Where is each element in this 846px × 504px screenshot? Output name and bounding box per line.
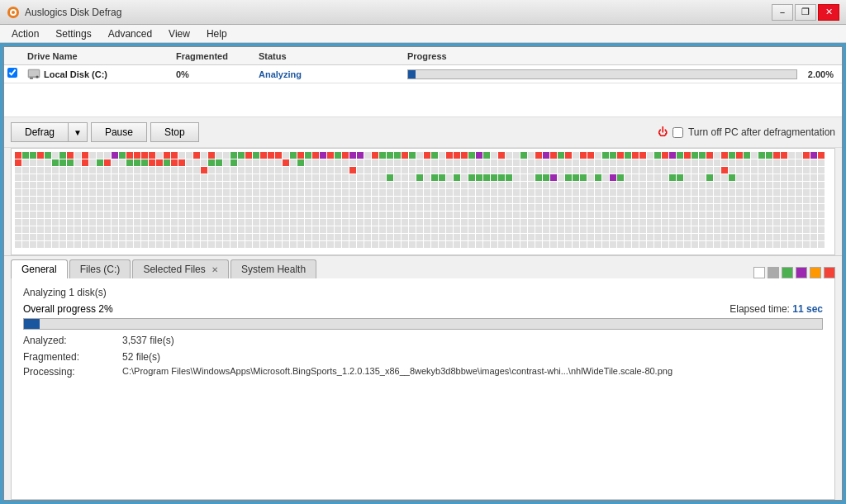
window-title: Auslogics Disk Defrag [25, 7, 121, 18]
disk-cell [22, 197, 29, 203]
defrag-button[interactable]: Defrag [11, 122, 68, 142]
tab-files[interactable]: Files (C:) [69, 259, 131, 278]
disk-cell [818, 219, 825, 226]
disk-cell [30, 219, 36, 226]
disk-cell [342, 234, 349, 240]
drive-checkbox[interactable] [7, 68, 27, 80]
col-frag-header: Fragmented [176, 51, 259, 61]
menu-advanced[interactable]: Advanced [100, 26, 160, 41]
disk-cell [379, 174, 386, 181]
close-button[interactable]: ✕ [818, 4, 839, 21]
disk-cell [59, 182, 66, 188]
disk-cell [193, 167, 200, 174]
disk-cell [149, 212, 155, 218]
stop-button[interactable]: Stop [150, 122, 199, 142]
restore-button[interactable]: ❐ [795, 4, 816, 21]
disk-cell [112, 234, 118, 240]
disk-cell [610, 197, 616, 203]
disk-cell [468, 219, 475, 226]
disk-cell [409, 152, 416, 159]
disk-cell [268, 189, 274, 196]
disk-cell [52, 204, 59, 211]
disk-cell [82, 167, 88, 174]
disk-cell [22, 212, 29, 218]
disk-cell [528, 189, 535, 196]
tab-selected-close[interactable]: ✕ [212, 265, 218, 274]
disk-cell [112, 219, 118, 226]
disk-cell [729, 159, 735, 166]
turnoff-checkbox[interactable] [673, 127, 683, 138]
disk-cell [476, 234, 482, 240]
disk-cell [364, 189, 371, 196]
pause-button[interactable]: Pause [91, 122, 147, 142]
disk-cell [290, 189, 297, 196]
disk-cell [342, 219, 349, 226]
disk-cell [409, 189, 416, 196]
disk-cell [684, 167, 691, 174]
tab-health[interactable]: System Health [231, 259, 316, 278]
overall-progress-label-row: Overall progress 2% Elapsed time: 11 sec [23, 303, 823, 315]
disk-cell [45, 182, 51, 188]
disk-cell [639, 204, 646, 211]
disk-cell [37, 204, 44, 211]
disk-cell [550, 204, 557, 211]
disk-cell [74, 159, 81, 166]
disk-cell [439, 174, 445, 181]
disk-cell [305, 197, 311, 203]
disk-cell [662, 167, 668, 174]
disk-cell [639, 241, 646, 248]
disk-cell [424, 219, 430, 226]
disk-cell [104, 152, 111, 159]
disk-cell [491, 159, 497, 166]
disk-cell [446, 182, 453, 188]
disk-cell [290, 234, 297, 240]
disk-cell [610, 174, 616, 181]
disk-cell [134, 197, 140, 203]
disk-cell [149, 182, 155, 188]
disk-cell [364, 219, 371, 226]
disk-cell [744, 234, 750, 240]
disk-cell [647, 204, 654, 211]
minimize-button[interactable]: − [772, 4, 793, 21]
menu-view[interactable]: View [160, 26, 198, 41]
disk-cell [454, 167, 460, 174]
disk-cell [669, 159, 676, 166]
disk-cell [409, 174, 416, 181]
menu-action[interactable]: Action [3, 26, 47, 41]
disk-cell [15, 152, 21, 159]
disk-cell [431, 174, 438, 181]
disk-cell [476, 212, 482, 218]
disk-cell [476, 189, 482, 196]
disk-cell [134, 167, 140, 174]
menu-settings[interactable]: Settings [47, 26, 99, 41]
disk-cell [223, 219, 230, 226]
disk-cell [97, 226, 103, 233]
tab-general[interactable]: General [11, 259, 68, 279]
disk-cell [491, 212, 497, 218]
app-icon [7, 6, 20, 19]
disk-cell [424, 204, 430, 211]
defrag-dropdown-button[interactable]: ▼ [68, 122, 88, 142]
disk-cell [59, 159, 66, 166]
disk-cell [15, 212, 21, 218]
titlebar: Auslogics Disk Defrag − ❐ ✕ [0, 0, 846, 25]
disk-cell [171, 219, 178, 226]
drive-check-input[interactable] [7, 68, 17, 78]
disk-cell [796, 212, 802, 218]
disk-cell [498, 241, 505, 248]
disk-cell [431, 241, 438, 248]
disk-cell [402, 226, 408, 233]
disk-cell [758, 241, 765, 248]
disk-cell [617, 197, 624, 203]
disk-cell [647, 159, 654, 166]
tab-selected[interactable]: Selected Files ✕ [132, 259, 229, 278]
disk-cell [595, 219, 601, 226]
disk-cell [751, 167, 758, 174]
disk-cell [297, 226, 304, 233]
disk-cell [520, 159, 527, 166]
disk-cell [431, 219, 438, 226]
disk-cell [565, 167, 572, 174]
disk-cell [149, 167, 155, 174]
menu-help[interactable]: Help [198, 26, 235, 41]
drive-row[interactable]: Local Disk (C:) 0% Analyzing 2.00% [4, 65, 842, 83]
